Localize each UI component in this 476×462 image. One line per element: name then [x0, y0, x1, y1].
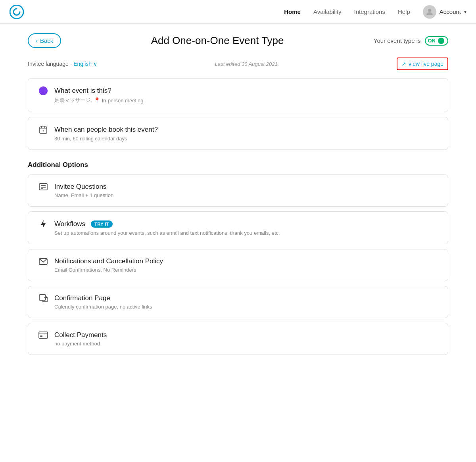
chevron-down-icon: ▾ [464, 9, 466, 15]
what-event-sub: 足裏マッサージ, 📍 In-person meeting [38, 97, 438, 104]
nav-home[interactable]: Home [284, 8, 301, 15]
pin-icon: 📍 [94, 97, 100, 104]
when-book-card[interactable]: When can people book this event? 30 min,… [28, 117, 448, 150]
credit-card-icon [38, 332, 49, 339]
event-type-toggle-row: Your event type is ON [374, 36, 448, 46]
notifications-title: Notifications and Cancellation Policy [54, 257, 163, 265]
nav-help[interactable]: Help [398, 8, 410, 15]
confirmation-page-card[interactable]: Confirmation Page Calendly confirmation … [28, 286, 448, 318]
account-label: Account [440, 8, 461, 15]
collect-payments-sub: no payment method [38, 341, 438, 347]
what-event-card[interactable]: What event is this? 足裏マッサージ, 📍 In-person… [28, 78, 448, 112]
invitee-questions-title: Invitee Questions [54, 183, 106, 191]
form-icon [38, 183, 49, 190]
collect-payments-card[interactable]: Collect Payments no payment method [28, 323, 448, 355]
svg-rect-15 [39, 332, 48, 338]
avatar [423, 5, 436, 19]
last-edited: Last edited 30 August 2021. [97, 61, 397, 67]
notifications-card[interactable]: Notifications and Cancellation Policy Em… [28, 249, 448, 281]
additional-options-heading: Additional Options [28, 161, 448, 169]
bolt-icon [38, 220, 49, 228]
what-event-title: What event is this? [54, 87, 111, 95]
invitee-questions-sub: Name, Email + 1 question [38, 192, 438, 198]
nav-links: Home Availability Integrations Help [284, 8, 410, 15]
svg-marker-11 [41, 220, 46, 228]
svg-point-1 [428, 9, 431, 12]
svg-point-6 [43, 130, 44, 132]
page-title: Add One-on-One Event Type [61, 35, 373, 47]
subtitle-row: Invitee language - English ∨ Last edited… [28, 58, 448, 70]
envelope-icon [38, 258, 49, 265]
external-link-icon: ↗ [401, 61, 406, 67]
nav-availability[interactable]: Availability [313, 8, 342, 15]
nav-integrations[interactable]: Integrations [354, 8, 385, 15]
back-chevron-icon: ‹ [36, 37, 38, 44]
top-row: ‹ Back Add One-on-One Event Type Your ev… [28, 33, 448, 48]
purple-dot-icon [38, 86, 49, 95]
workflows-card[interactable]: Workflows TRY IT Set up automations arou… [28, 211, 448, 244]
event-type-label: Your event type is [374, 37, 421, 44]
account-menu[interactable]: Account ▾ [423, 5, 466, 19]
external-page-icon [38, 294, 49, 302]
back-button[interactable]: ‹ Back [28, 33, 61, 48]
workflows-sub: Set up automations around your events, s… [38, 230, 438, 236]
when-book-sub: 30 min, 60 rolling calendar days [38, 136, 438, 142]
toggle-on-label: ON [428, 38, 436, 44]
invitee-lang-link[interactable]: English ∨ [73, 61, 97, 67]
notifications-sub: Email Confirmations, No Reminders [38, 267, 438, 273]
confirmation-page-title: Confirmation Page [54, 294, 110, 302]
invitee-language: Invitee language - English ∨ [28, 61, 97, 67]
toggle-dot [438, 38, 444, 44]
navbar: Home Availability Integrations Help Acco… [0, 0, 476, 24]
svg-rect-17 [40, 335, 42, 337]
main-cards: What event is this? 足裏マッサージ, 📍 In-person… [28, 78, 448, 150]
svg-rect-2 [40, 127, 47, 133]
svg-point-0 [10, 5, 23, 19]
main-content: ‹ Back Add One-on-One Event Type Your ev… [20, 24, 456, 369]
try-it-badge[interactable]: TRY IT [91, 220, 113, 228]
collect-payments-title: Collect Payments [54, 331, 107, 339]
logo[interactable] [10, 5, 24, 19]
toggle-switch[interactable]: ON [425, 36, 449, 46]
view-live-page-link[interactable]: ↗ view live page [397, 58, 448, 70]
invitee-questions-card[interactable]: Invitee Questions Name, Email + 1 questi… [28, 174, 448, 207]
confirmation-page-sub: Calendly confirmation page, no active li… [38, 304, 438, 310]
when-book-title: When can people book this event? [54, 126, 158, 134]
calendar-icon [38, 125, 49, 134]
workflows-title: Workflows [54, 220, 85, 228]
